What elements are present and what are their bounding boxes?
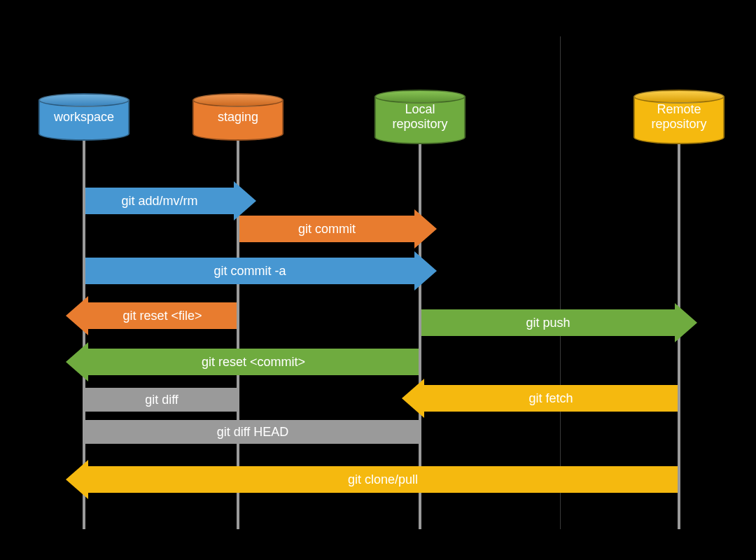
arrow-git-fetch: git fetch xyxy=(402,385,678,412)
arrow-git-reset-file-label: git reset <file> xyxy=(122,309,202,323)
arrow-git-push: git push xyxy=(421,309,697,336)
arrow-git-reset-file: git reset <file> xyxy=(66,302,237,329)
arrow-git-commit-a: git commit -a xyxy=(85,258,437,284)
arrow-git-commit-label: git commit xyxy=(298,222,356,237)
arrow-git-reset-commit-label: git reset <commit> xyxy=(202,355,305,370)
node-remote-label: Remote repository xyxy=(651,102,706,131)
node-workspace: workspace xyxy=(38,93,130,141)
node-staging: staging xyxy=(192,93,284,141)
arrow-git-fetch-label: git fetch xyxy=(528,391,573,406)
arrow-git-clone-pull: git clone/pull xyxy=(66,466,678,493)
node-local-label: Local repository xyxy=(392,102,447,131)
bar-git-diff-head-label: git diff HEAD xyxy=(217,425,289,440)
node-remote: Remote repository xyxy=(634,90,724,144)
arrow-git-add: git add/mv/rm xyxy=(85,188,256,214)
bar-git-diff-head: git diff HEAD xyxy=(85,420,420,444)
arrow-git-reset-commit: git reset <commit> xyxy=(66,349,419,375)
arrow-git-commit-a-label: git commit -a xyxy=(214,264,286,279)
node-staging-label: staging xyxy=(218,110,258,125)
arrow-git-push-label: git push xyxy=(526,316,570,330)
node-local: Local repository xyxy=(374,90,465,144)
bar-git-diff: git diff xyxy=(85,388,238,412)
local-remote-separator xyxy=(560,36,561,529)
arrow-git-commit: git commit xyxy=(239,216,437,242)
arrow-git-clone-pull-label: git clone/pull xyxy=(348,472,418,487)
node-workspace-label: workspace xyxy=(54,110,114,125)
bar-git-diff-label: git diff xyxy=(145,393,178,407)
arrow-git-add-label: git add/mv/rm xyxy=(121,194,197,209)
git-flow-diagram: workspace staging Local repository Remot… xyxy=(0,0,756,560)
